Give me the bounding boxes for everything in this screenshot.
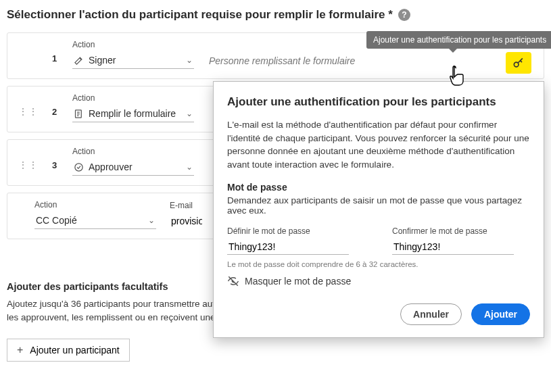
action-value: CC Copié xyxy=(36,215,77,226)
approve-icon xyxy=(74,162,84,172)
action-dropdown[interactable]: Approuver ⌄ xyxy=(72,159,194,176)
row-number: 2 xyxy=(52,107,59,117)
email-input[interactable] xyxy=(170,213,203,229)
auth-popover: Ajouter une authentification pour les pa… xyxy=(213,81,544,338)
confirm-password-label: Confirmer le mot de passe xyxy=(392,226,530,236)
chevron-down-icon: ⌄ xyxy=(186,162,193,172)
plus-icon: + xyxy=(17,344,23,356)
action-field: Action Signer ⌄ xyxy=(72,40,194,69)
svg-point-0 xyxy=(514,62,519,67)
form-fill-icon xyxy=(74,109,84,119)
action-label: Action xyxy=(72,40,194,49)
row-number: 1 xyxy=(52,53,59,64)
recipient-input[interactable] xyxy=(208,53,383,69)
drag-handle-icon[interactable]: ⋮⋮ xyxy=(18,160,39,170)
action-label: Action xyxy=(34,200,156,210)
add-button[interactable]: Ajouter xyxy=(471,303,530,325)
action-dropdown[interactable]: Remplir le formulaire ⌄ xyxy=(72,105,194,122)
action-dropdown[interactable]: CC Copié ⌄ xyxy=(34,212,156,229)
add-auth-button[interactable] xyxy=(506,52,531,74)
password-section-title: Mot de passe xyxy=(227,182,530,193)
chevron-down-icon: ⌄ xyxy=(186,55,193,65)
define-password-label: Définir le mot de passe xyxy=(227,226,365,236)
popover-title: Ajouter une authentification pour les pa… xyxy=(227,95,530,109)
mask-password-toggle[interactable]: Masquer le mot de passe xyxy=(227,275,530,287)
mask-password-label: Masquer le mot de passe xyxy=(245,276,351,287)
confirm-password-group: Confirmer le mot de passe xyxy=(392,226,530,255)
define-password-group: Définir le mot de passe xyxy=(227,226,365,255)
svg-point-2 xyxy=(75,163,82,170)
action-value: Approuver xyxy=(89,162,133,172)
eye-off-icon xyxy=(227,275,239,287)
action-value: Remplir le formulaire xyxy=(89,108,176,119)
chevron-down-icon: ⌄ xyxy=(148,216,155,225)
page-title: Sélectionner l'action du participant req… xyxy=(7,8,544,22)
add-participant-label: Ajouter un participant xyxy=(30,345,119,356)
pen-icon xyxy=(74,55,84,66)
heading-text: Sélectionner l'action du participant req… xyxy=(7,8,393,22)
password-hint: Le mot de passe doit comprendre de 6 à 3… xyxy=(227,260,530,268)
email-label: E-mail xyxy=(170,201,203,210)
action-field: Action CC Copié ⌄ xyxy=(34,200,156,229)
confirm-password-input[interactable] xyxy=(392,239,514,255)
cancel-button[interactable]: Annuler xyxy=(400,303,462,325)
action-field: Action Remplir le formulaire ⌄ xyxy=(72,93,194,122)
action-dropdown[interactable]: Signer ⌄ xyxy=(72,52,194,69)
row-number: 3 xyxy=(52,160,59,170)
key-icon xyxy=(512,56,525,70)
popover-intro: L'e-mail est la méthode d'authentificati… xyxy=(227,118,530,171)
action-value: Signer xyxy=(89,55,116,66)
action-label: Action xyxy=(72,93,194,103)
help-icon[interactable]: ? xyxy=(398,9,410,21)
action-label: Action xyxy=(72,147,194,156)
password-section-sub: Demandez aux participants de saisir un m… xyxy=(227,195,530,216)
drag-handle-icon[interactable]: ⋮⋮ xyxy=(18,106,39,117)
add-participant-button[interactable]: + Ajouter un participant xyxy=(7,339,130,362)
chevron-down-icon: ⌄ xyxy=(186,109,193,118)
auth-tooltip: Ajouter une authentification pour les pa… xyxy=(366,31,551,49)
action-field: Action Approuver ⌄ xyxy=(72,147,194,176)
email-field: E-mail xyxy=(170,201,203,229)
define-password-input[interactable] xyxy=(227,239,349,255)
